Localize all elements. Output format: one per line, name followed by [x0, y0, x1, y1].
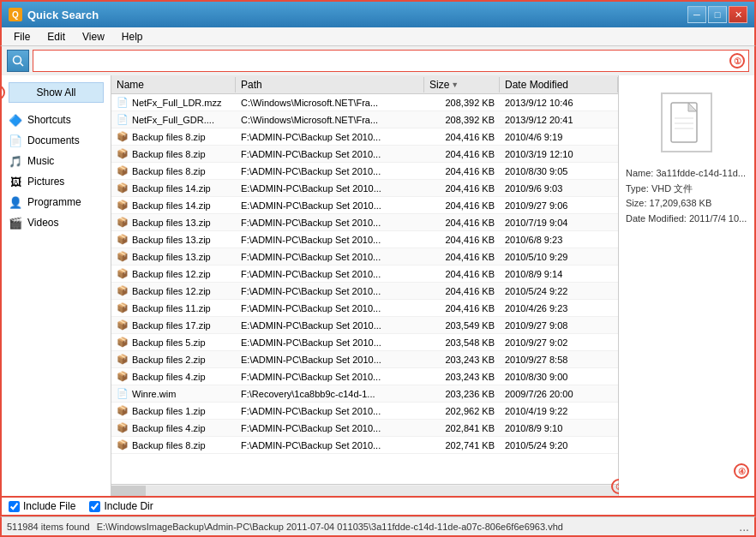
search-button[interactable]	[7, 50, 29, 72]
menu-bar: File Edit View Help	[0, 27, 756, 46]
table-row[interactable]: 📦 Backup files 1.zip F:\ADMIN-PC\Backup …	[111, 403, 618, 420]
file-row-size: 203,236 KB	[424, 389, 500, 399]
file-row-name: Backup files 8.zip	[132, 149, 206, 159]
menu-view[interactable]: View	[74, 29, 113, 45]
table-row[interactable]: 📦 Backup files 8.zip F:\ADMIN-PC\Backup …	[111, 163, 618, 180]
search-icon	[12, 55, 24, 67]
sidebar-item-music[interactable]: 🎵 Music	[2, 151, 111, 171]
file-row-path: F:\ADMIN-PC\Backup Set 2010...	[236, 235, 424, 245]
table-row[interactable]: 📄 NetFx_Full_LDR.mzz C:\Windows\Microsof…	[111, 94, 618, 111]
file-row-name: Backup files 13.zip	[132, 235, 211, 245]
file-row-name: Backup files 8.zip	[132, 132, 206, 142]
include-file-checkbox-label[interactable]: Include File	[9, 500, 75, 512]
file-row-size: 203,243 KB	[424, 355, 500, 365]
include-dir-checkbox-label[interactable]: Include Dir	[89, 500, 153, 512]
table-row[interactable]: 📦 Backup files 14.zip E:\ADMIN-PC\Backup…	[111, 197, 618, 214]
documents-icon: 📄	[9, 134, 22, 147]
sidebar-item-videos[interactable]: 🎬 Videos	[2, 212, 111, 233]
table-row[interactable]: 📦 Backup files 13.zip F:\ADMIN-PC\Backup…	[111, 231, 618, 248]
col-header-date[interactable]: Date Modified	[500, 77, 618, 92]
file-row-path: F:\ADMIN-PC\Backup Set 2010...	[236, 286, 424, 296]
sidebar-item-documents[interactable]: 📄 Documents	[2, 130, 111, 151]
file-row-icon: 📦	[117, 148, 129, 159]
circle-2: ②	[0, 85, 5, 100]
sidebar-label-documents: Documents	[27, 134, 80, 146]
file-row-icon: 📦	[117, 302, 129, 313]
table-row[interactable]: 📦 Backup files 8.zip F:\ADMIN-PC\Backup …	[111, 437, 618, 454]
sidebar-label-videos: Videos	[27, 217, 58, 229]
file-row-date: 2010/5/10 9:29	[500, 252, 618, 262]
file-row-size: 203,549 KB	[424, 320, 500, 331]
file-row-path: F:\ADMIN-PC\Backup Set 2010...	[236, 406, 424, 416]
table-row[interactable]: 📦 Backup files 11.zip F:\ADMIN-PC\Backup…	[111, 300, 618, 317]
col-header-size[interactable]: Size ▼	[424, 77, 500, 92]
sidebar-item-programmes[interactable]: 👤 Programme	[2, 192, 111, 212]
preview-file-icon	[661, 92, 712, 152]
file-row-name: Backup files 8.zip	[132, 166, 206, 176]
file-row-date: 2010/5/24 9:22	[500, 286, 618, 296]
include-dir-label: Include Dir	[104, 500, 153, 512]
table-row[interactable]: 📦 Backup files 8.zip F:\ADMIN-PC\Backup …	[111, 128, 618, 146]
app-icon: Q	[9, 8, 22, 21]
file-row-icon: 📦	[117, 337, 129, 348]
file-row-date: 2010/9/27 9:06	[500, 200, 618, 211]
file-icon-svg	[669, 101, 704, 144]
file-row-icon: 📦	[117, 405, 129, 416]
file-row-path: F:\ADMIN-PC\Backup Set 2010...	[236, 252, 424, 262]
file-row-name: Backup files 17.zip	[132, 320, 211, 331]
preview-info: Name: 3a11fdde-c14d-11d... Type: VHD 文件 …	[626, 166, 747, 226]
file-row-name: Backup files 5.zip	[132, 337, 206, 348]
table-row[interactable]: 📦 Backup files 12.zip F:\ADMIN-PC\Backup…	[111, 266, 618, 283]
table-row[interactable]: 📦 Backup files 4.zip F:\ADMIN-PC\Backup …	[111, 420, 618, 437]
file-row-date: 2010/9/27 8:58	[500, 355, 618, 365]
table-row[interactable]: 📄 Winre.wim F:\Recovery\1ca8bb9c-c14d-1.…	[111, 385, 618, 403]
file-row-name: Backup files 4.zip	[132, 372, 206, 382]
menu-help[interactable]: Help	[113, 29, 152, 45]
sort-arrow: ▼	[451, 81, 459, 89]
col-header-path[interactable]: Path	[236, 77, 424, 92]
table-row[interactable]: 📦 Backup files 13.zip F:\ADMIN-PC\Backup…	[111, 248, 618, 266]
file-row-icon: 📄	[117, 388, 129, 399]
file-row-size: 204,416 KB	[424, 286, 500, 296]
status-bar: 511984 items found E:\WindowsImageBackup…	[0, 516, 756, 537]
table-row[interactable]: 📦 Backup files 2.zip E:\ADMIN-PC\Backup …	[111, 351, 618, 368]
file-row-date: 2010/4/26 9:23	[500, 303, 618, 313]
file-row-icon: 📦	[117, 182, 129, 194]
file-row-icon: 📄	[117, 114, 129, 125]
file-row-date: 2010/4/19 9:22	[500, 406, 618, 416]
sidebar-item-pictures[interactable]: 🖼 Pictures	[2, 171, 111, 192]
file-row-path: F:\ADMIN-PC\Backup Set 2010...	[236, 372, 424, 382]
file-row-date: 2010/7/19 9:04	[500, 218, 618, 228]
table-row[interactable]: 📦 Backup files 14.zip E:\ADMIN-PC\Backup…	[111, 180, 618, 197]
table-row[interactable]: 📦 Backup files 5.zip E:\ADMIN-PC\Backup …	[111, 334, 618, 351]
table-row[interactable]: 📦 Backup files 13.zip F:\ADMIN-PC\Backup…	[111, 214, 618, 231]
file-row-icon: 📦	[117, 251, 129, 262]
search-input[interactable]	[39, 55, 743, 67]
table-row[interactable]: 📦 Backup files 17.zip E:\ADMIN-PC\Backup…	[111, 317, 618, 334]
file-row-path: F:\ADMIN-PC\Backup Set 2010...	[236, 132, 424, 142]
include-file-checkbox[interactable]	[9, 501, 20, 512]
close-button[interactable]: ✕	[729, 6, 747, 23]
file-row-name: NetFx_Full_LDR.mzz	[132, 98, 222, 108]
include-dir-checkbox[interactable]	[89, 501, 100, 512]
table-row[interactable]: 📦 Backup files 8.zip F:\ADMIN-PC\Backup …	[111, 146, 618, 163]
file-row-date: 2013/9/12 20:41	[500, 115, 618, 125]
show-all-button[interactable]: Show All	[9, 82, 104, 103]
maximize-button[interactable]: □	[708, 6, 727, 23]
file-row-size: 204,416 KB	[424, 166, 500, 176]
sidebar: ② Show All 🔷 Shortcuts 📄 Documents 🎵 Mus…	[2, 75, 111, 496]
file-row-size: 204,416 KB	[424, 269, 500, 279]
table-row[interactable]: 📦 Backup files 4.zip F:\ADMIN-PC\Backup …	[111, 368, 618, 385]
preview-size: Size: 17,209,638 KB	[626, 196, 747, 212]
file-row-icon: 📦	[117, 354, 129, 365]
table-row[interactable]: 📄 NetFx_Full_GDR.... C:\Windows\Microsof…	[111, 111, 618, 128]
file-row-icon: 📦	[117, 268, 129, 279]
file-row-name: Backup files 12.zip	[132, 269, 211, 279]
sidebar-item-shortcuts[interactable]: 🔷 Shortcuts	[2, 110, 111, 130]
menu-edit[interactable]: Edit	[39, 29, 74, 45]
table-row[interactable]: 📦 Backup files 12.zip F:\ADMIN-PC\Backup…	[111, 283, 618, 300]
col-header-name[interactable]: Name	[111, 77, 236, 92]
menu-file[interactable]: File	[5, 29, 39, 45]
file-row-path: E:\ADMIN-PC\Backup Set 2010...	[236, 320, 424, 331]
minimize-button[interactable]: ─	[687, 6, 706, 23]
